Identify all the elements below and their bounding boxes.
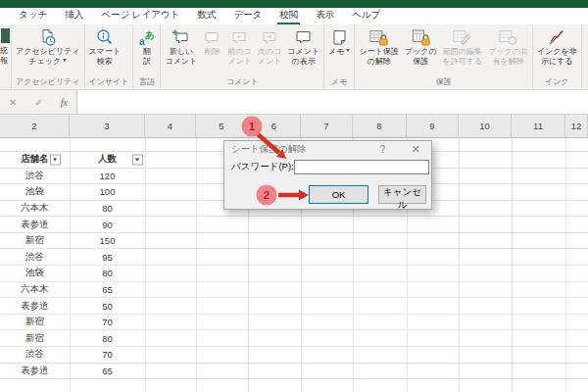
dialog-close-button[interactable]: ✕ [412,143,420,156]
column-header-11[interactable]: 11 [512,115,565,137]
cell[interactable] [0,379,70,392]
cell[interactable] [407,314,459,330]
cell[interactable] [459,298,512,315]
notes-button[interactable]: メモ [325,26,353,76]
cell[interactable] [353,249,407,266]
column-header-9[interactable]: 9 [407,115,459,137]
workbook-statistics-button-partial[interactable]: 統 報 [0,24,12,89]
cell[interactable] [248,281,301,298]
filter-button[interactable] [50,154,61,165]
cell[interactable] [512,266,565,282]
column-header-12[interactable]: 12 [565,115,588,137]
cell[interactable] [196,347,248,364]
cell[interactable] [301,314,353,330]
cell[interactable]: 池袋 [0,184,70,201]
cell[interactable]: 渋谷 [0,168,70,184]
cell[interactable] [512,379,565,392]
unprotect-sheet-button[interactable]: シート保護 の解除 [356,26,401,76]
cell[interactable] [407,298,459,315]
cell[interactable] [70,379,145,392]
cell[interactable] [145,217,196,233]
password-input[interactable] [294,160,429,174]
cell[interactable] [248,363,301,379]
column-header-4[interactable]: 4 [145,115,196,137]
cell[interactable] [512,200,565,217]
cell[interactable] [301,217,353,233]
tab-review[interactable]: 校閲 [270,9,307,24]
column-header-7[interactable]: 7 [301,115,353,137]
cell[interactable] [145,168,196,184]
cell[interactable]: 100 [70,184,145,201]
cell[interactable] [0,138,70,151]
enter-entry-icon[interactable]: ✓ [34,97,42,108]
cell[interactable] [407,232,459,249]
cell[interactable] [196,330,248,347]
cell[interactable] [196,314,248,330]
cell[interactable] [565,232,588,249]
cell[interactable] [353,266,407,282]
cell[interactable] [301,232,353,249]
cell[interactable] [353,347,407,364]
cell[interactable] [248,232,301,249]
cell[interactable] [353,232,407,249]
cell[interactable] [145,266,196,282]
cell[interactable] [512,330,565,347]
cell[interactable] [301,330,353,347]
cell[interactable]: 70 [70,314,145,330]
cell[interactable] [353,363,407,379]
cell[interactable] [145,347,196,364]
cell[interactable] [565,298,588,315]
cell[interactable]: 50 [70,298,145,315]
cell[interactable] [565,330,588,347]
cell[interactable] [565,200,588,217]
formula-input[interactable] [77,90,588,114]
cell[interactable] [565,249,588,266]
cell[interactable] [459,217,512,233]
cell[interactable] [459,347,512,364]
tab-data[interactable]: データ [224,9,270,24]
cell[interactable] [459,138,512,151]
cell[interactable]: 表参道 [0,298,70,315]
cell[interactable] [353,330,407,347]
tab-view[interactable]: 表示 [307,9,343,24]
column-header-5[interactable]: 5 [196,115,248,137]
cell[interactable] [459,184,512,201]
cell[interactable] [145,298,196,315]
cell[interactable] [512,168,565,184]
cell[interactable] [565,184,588,201]
cell[interactable] [459,249,512,266]
cell[interactable] [196,298,248,315]
cell[interactable] [145,184,196,201]
table-header-cell[interactable]: 店舗名 [0,151,70,168]
cell[interactable]: 新宿 [0,330,70,347]
tab-formulas[interactable]: 数式 [188,9,224,24]
cell[interactable] [407,217,459,233]
cell[interactable] [407,379,459,392]
column-header-10[interactable]: 10 [459,115,512,137]
cell[interactable] [512,217,565,233]
cell[interactable] [145,138,196,151]
cell[interactable] [512,314,565,330]
cell[interactable] [301,298,353,315]
cell[interactable]: 70 [70,347,145,364]
cell[interactable]: 新宿 [0,232,70,249]
insert-function-icon[interactable]: fx [61,97,68,108]
cell[interactable] [459,330,512,347]
cell[interactable] [301,249,353,266]
cell[interactable] [565,281,588,298]
cell[interactable] [407,347,459,364]
cell[interactable] [565,138,588,151]
cell[interactable] [196,363,248,379]
dialog-help-button[interactable]: ? [379,144,385,155]
cell[interactable]: 120 [70,168,145,184]
cell[interactable] [459,379,512,392]
cell[interactable] [248,314,301,330]
cell[interactable] [353,314,407,330]
cell[interactable] [145,314,196,330]
cell[interactable] [512,249,565,266]
cell[interactable] [565,314,588,330]
column-header-2[interactable]: 2 [0,115,70,137]
cell[interactable] [301,281,353,298]
cell[interactable] [512,347,565,364]
cell[interactable] [565,347,588,364]
